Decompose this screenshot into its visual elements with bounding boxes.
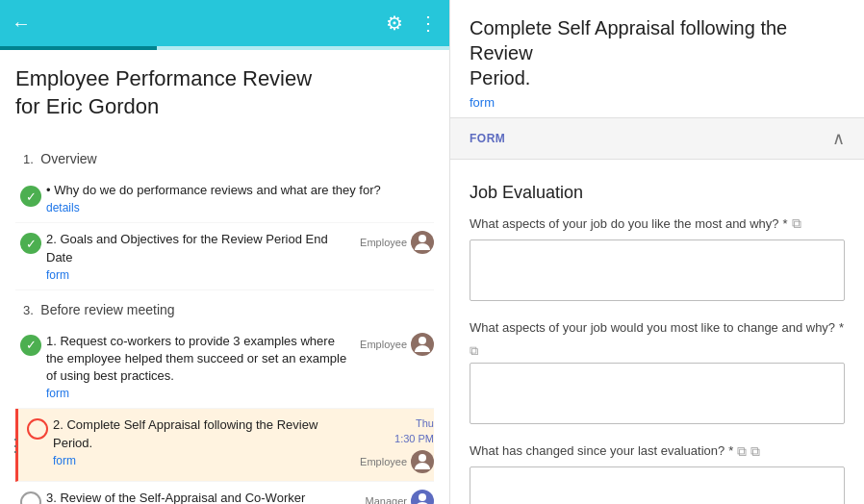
due-date: Thu1:30 PM: [394, 416, 434, 446]
required-star: *: [728, 442, 733, 460]
top-bar-left: ←: [12, 13, 31, 35]
job-like-textarea[interactable]: [470, 239, 845, 301]
task-icon-area: ✓: [15, 182, 46, 207]
task-title: 3. Review of the Self-Appraisal and Co-W…: [46, 491, 305, 504]
avatar: [411, 231, 434, 254]
task-icon-area: [15, 490, 46, 504]
empty-circle-icon: [20, 491, 41, 504]
top-bar: ← ⚙ ⋮: [0, 0, 449, 46]
task-icon-area: ✓: [15, 231, 46, 254]
task-item: 3. Review of the Self-Appraisal and Co-W…: [15, 482, 434, 504]
avatar: [411, 333, 434, 356]
active-task-item[interactable]: ⋮ 2. Complete Self Appraisal following t…: [15, 409, 434, 482]
form-section-label: FORM: [470, 132, 505, 145]
job-evaluation-title: Job Evaluation: [470, 183, 845, 203]
back-icon[interactable]: ←: [12, 13, 31, 35]
changed-textarea[interactable]: [470, 466, 845, 504]
required-star: *: [783, 215, 788, 233]
label-text: What aspects of your job do you like the…: [470, 215, 779, 233]
svg-point-3: [419, 493, 426, 501]
right-content: FORM ∧ Job Evaluation What aspects of yo…: [450, 118, 864, 504]
form-section-header[interactable]: FORM ∧: [450, 118, 864, 160]
label-text: What has changed since your last evaluat…: [470, 442, 724, 460]
task-badge: Employee: [360, 333, 434, 356]
left-panel: ← ⚙ ⋮ Employee Performance Review for Er…: [0, 0, 450, 504]
svg-point-2: [419, 454, 426, 462]
task-title: 2. Complete Self Appraisal following the…: [53, 417, 318, 449]
badge-label: Employee: [360, 339, 407, 350]
check-icon: ✓: [20, 335, 41, 356]
task-badge: Manager: [366, 490, 434, 504]
form-group: What aspects of your job would you most …: [470, 319, 845, 427]
before-review-section: 3. Before review meeting: [15, 290, 434, 325]
check-icon: ✓: [20, 233, 41, 254]
badge-label: Manager: [366, 495, 407, 504]
progress-bar-container: [0, 46, 449, 50]
task-link[interactable]: form: [53, 454, 76, 467]
right-title: Complete Self Appraisal following the Re…: [470, 15, 845, 90]
collapse-icon[interactable]: ∧: [832, 128, 845, 149]
more-icon[interactable]: ⋮: [419, 12, 438, 35]
form-link[interactable]: form: [470, 95, 495, 110]
task-icon-area: [22, 416, 53, 440]
svg-point-1: [419, 337, 426, 344]
task-item: ✓ 2. Goals and Objectives for the Review…: [15, 223, 434, 290]
label-text: What aspects of your job would you most …: [470, 319, 835, 337]
badge-label: Employee: [360, 237, 407, 248]
form-group: What aspects of your job do you like the…: [470, 214, 845, 304]
task-title: 1. Request co-workers to provide 3 examp…: [46, 334, 346, 383]
right-panel: Complete Self Appraisal following the Re…: [450, 0, 864, 504]
copy-icon[interactable]: ⧉: [737, 442, 747, 462]
svg-point-0: [419, 235, 426, 242]
before-review-label: Before review meeting: [40, 302, 174, 317]
overview-number: 1.: [23, 152, 37, 166]
top-bar-actions: ⚙ ⋮: [386, 12, 438, 35]
form-label: What aspects of your job do you like the…: [470, 214, 845, 234]
task-item: ✓ • Why do we do performance reviews and…: [15, 174, 434, 223]
active-circle-icon: [27, 418, 48, 440]
job-change-textarea[interactable]: [470, 363, 845, 424]
task-meta: 2. Complete Self Appraisal following the…: [53, 416, 434, 473]
form-label: What aspects of your job would you most …: [470, 319, 845, 337]
form-body: Job Evaluation What aspects of your job …: [450, 160, 864, 504]
more-vert-icon[interactable]: ⋮: [7, 435, 24, 456]
task-content: 1. Request co-workers to provide 3 examp…: [46, 333, 434, 401]
task-link[interactable]: details: [46, 201, 80, 214]
required-star: *: [839, 319, 844, 337]
before-review-number: 3.: [23, 303, 37, 317]
task-meta: 3. Review of the Self-Appraisal and Co-W…: [46, 490, 434, 504]
left-content: Employee Performance Review for Eric Gor…: [0, 50, 449, 504]
badge-label: Employee: [360, 456, 407, 467]
task-meta: 2. Goals and Objectives for the Review P…: [46, 231, 434, 281]
avatar: [411, 450, 434, 473]
task-link[interactable]: form: [46, 387, 69, 400]
task-item: ✓ 1. Request co-workers to provide 3 exa…: [15, 325, 434, 410]
task-title: • Why do we do performance reviews and w…: [46, 183, 381, 197]
progress-bar-fill: [0, 46, 157, 50]
task-meta: 1. Request co-workers to provide 3 examp…: [46, 333, 434, 401]
task-badge: Employee: [360, 231, 434, 254]
copy-icon-small[interactable]: ⧉: [470, 343, 478, 358]
task-content: • Why do we do performance reviews and w…: [46, 182, 434, 214]
overview-section: 1. Overview: [15, 139, 434, 174]
task-content: 3. Review of the Self-Appraisal and Co-W…: [46, 490, 434, 504]
task-title: 2. Goals and Objectives for the Review P…: [46, 232, 328, 264]
overview-label: Overview: [40, 151, 96, 166]
task-content: 2. Goals and Objectives for the Review P…: [46, 231, 434, 281]
page-title: Employee Performance Review for Eric Gor…: [15, 65, 434, 120]
copy-icon[interactable]: ⧉: [792, 214, 801, 234]
form-group: What has changed since your last evaluat…: [470, 442, 845, 504]
settings-icon[interactable]: ⚙: [386, 12, 403, 35]
copy-icon-2[interactable]: ⧉: [750, 442, 760, 462]
check-icon: ✓: [20, 186, 41, 207]
task-content: 2. Complete Self Appraisal following the…: [53, 416, 434, 473]
right-header: Complete Self Appraisal following the Re…: [450, 0, 864, 118]
avatar: [411, 490, 434, 504]
task-link[interactable]: form: [46, 268, 69, 282]
form-label: What has changed since your last evaluat…: [470, 442, 845, 462]
task-icon-area: ✓: [15, 333, 46, 356]
